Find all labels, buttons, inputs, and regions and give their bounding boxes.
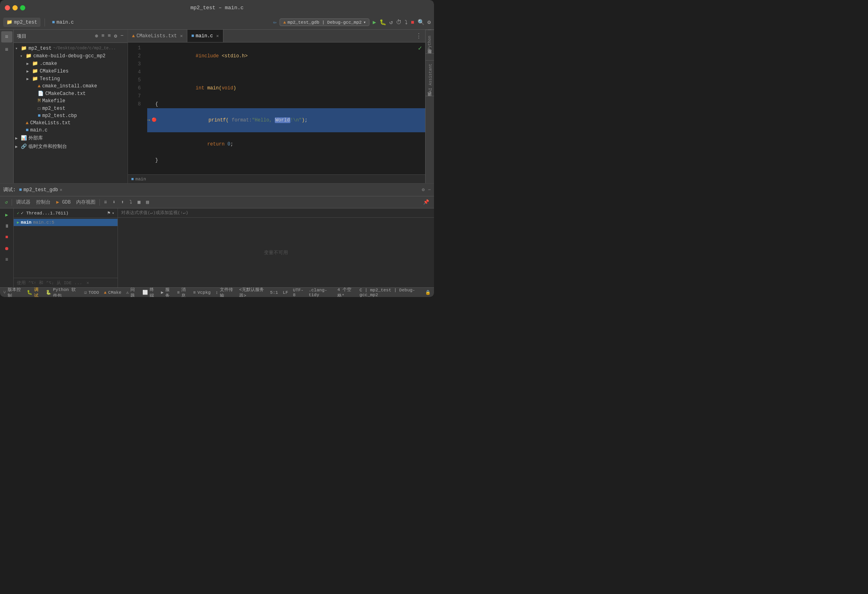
step-icon[interactable]: ⤵ [405, 19, 408, 26]
resume-btn[interactable]: ↺ [3, 198, 9, 206]
debug-session-tab[interactable]: ■ mp2_test_gdb ✕ [19, 187, 62, 193]
tree-cmakefiles[interactable]: ▶ 📁 CMakeFiles [14, 67, 128, 75]
tree-dotcmake[interactable]: ▶ 📁 .cmake [14, 60, 128, 67]
debug-panel-header: 调试: ■ mp2_test_gdb ✕ ⚙ − [0, 184, 434, 196]
tab-cmakelists[interactable]: ▲ CMakeLists.txt ✕ [128, 30, 187, 42]
close-button[interactable] [5, 5, 10, 10]
debug-more-col-btn[interactable]: ≡ [2, 255, 12, 265]
status-language[interactable]: C | mp2_test | Debug-gcc_mp2 [359, 288, 420, 297]
settings-icon[interactable]: ⚙ [428, 19, 431, 26]
show-frames-btn[interactable]: ▦ [136, 198, 142, 206]
right-tab-version[interactable]: 版本控制 [426, 53, 434, 60]
status-position[interactable]: 5:1 [270, 290, 278, 295]
step-into-btn[interactable]: ⬇ [111, 198, 117, 206]
stop-icon[interactable]: ■ [411, 19, 414, 26]
debug-frames[interactable]: ▶ main main.c:5 [14, 218, 118, 278]
more-tabs-btn[interactable]: ⋮ [416, 32, 425, 40]
tab-memory[interactable]: 内存视图 [75, 198, 97, 206]
debug-session-close[interactable]: ✕ [60, 187, 63, 192]
editor-content[interactable]: ✓ 1 2 3 4 5 6 7 8 [128, 42, 425, 174]
nav-back-icon[interactable]: ⇦ [273, 19, 276, 26]
status-services[interactable]: ▶ 服务 [161, 287, 172, 297]
status-line-ending[interactable]: LF [283, 290, 288, 295]
status-encoding[interactable]: UTF-8 [293, 288, 304, 297]
pin-btn[interactable]: 📌 [422, 198, 431, 206]
run-to-cursor-btn[interactable]: ⤵ [128, 198, 134, 206]
debug-pause-col-btn[interactable]: ⏸ [2, 221, 12, 231]
code-content[interactable]: #include <stdio.h> ▶ int main(void) [144, 42, 425, 174]
right-tab-ai[interactable]: AI Assistant [426, 60, 434, 96]
frame-item-main[interactable]: ▶ main main.c:5 [14, 219, 118, 226]
tree-mp2test-cbp[interactable]: ▶ ■ mp2_test.cbp [14, 112, 128, 119]
tab-gdb[interactable]: ▶ GDB [55, 198, 72, 206]
status-todo[interactable]: ☑ TODO [84, 290, 99, 295]
run-icon[interactable]: ▶ [373, 19, 376, 26]
status-terminal[interactable]: ⬜ 终端 [142, 287, 156, 297]
cmakelists-tab-close[interactable]: ✕ [180, 33, 183, 38]
step-over-icon[interactable]: ↺ [389, 19, 393, 26]
right-tab-python[interactable]: Python 控制器 [426, 30, 434, 53]
debug-run-icon[interactable]: 🐛 [379, 19, 386, 26]
status-issues[interactable]: ⚠ 问题 [126, 287, 138, 297]
tree-cmakecache[interactable]: ▶ 📄 CMakeCache.txt [14, 90, 128, 97]
new-file-btn[interactable]: ⊕ [94, 32, 99, 40]
memory-view-btn[interactable]: ▤ [144, 198, 150, 206]
debug-watch-input-area[interactable] [118, 208, 434, 218]
collapse-btn[interactable]: ≡ [101, 32, 105, 40]
bottom-note-close[interactable]: ✕ [87, 281, 89, 285]
timer-icon[interactable]: ⏱ [396, 19, 402, 26]
debug-stop-col-btn[interactable]: ■ [2, 232, 12, 242]
expand-btn[interactable]: ≡ [107, 32, 112, 40]
tree-temp-files[interactable]: ▶ 🔗 临时文件和控制台 [14, 142, 128, 151]
tree-cmakelists[interactable]: ▶ ▲ CMakeLists.txt [14, 119, 128, 127]
file-tree-body[interactable]: ▾ 📁 mp2_test ~/Desktop/code/c/mp2_te... … [14, 43, 128, 183]
tree-cmake-build[interactable]: ▾ 📁 cmake-build-debug-gcc_mp2 [14, 52, 128, 60]
tree-makefile[interactable]: ▶ M Makefile [14, 97, 128, 105]
code-text-6: return 0; [155, 132, 233, 156]
close-btn[interactable]: − [120, 32, 124, 40]
tree-external-libs[interactable]: ▶ 📊 外部库 [14, 134, 128, 142]
sidebar-icon-files[interactable]: ≡ [1, 31, 12, 42]
tab-debugger[interactable]: 调试器 [14, 198, 32, 206]
sidebar-icon-structure[interactable]: ≡ [1, 44, 12, 55]
settings-btn[interactable]: ⚙ [113, 32, 118, 40]
tree-mainc[interactable]: ▶ ■ main.c [14, 127, 128, 134]
search-icon[interactable]: 🔍 [418, 19, 424, 26]
status-debug[interactable]: 🐛 调试 [27, 287, 41, 297]
tree-cmake-install[interactable]: ▶ ▲ cmake_install.cmake [14, 83, 128, 90]
tree-root[interactable]: ▾ 📁 mp2_test ~/Desktop/code/c/mp2_te... [14, 44, 128, 52]
tree-mp2test-exec[interactable]: ▶ ☐ mp2_test [14, 105, 128, 112]
debug-settings-btn[interactable]: ⚙ [422, 187, 425, 193]
tab-mainc-editor[interactable]: ■ main.c ✕ [187, 30, 223, 42]
status-filetransfer[interactable]: ↕ 文件传输 [215, 287, 234, 297]
status-messages[interactable]: ≡ 消息 [177, 287, 188, 297]
code-line-4: { [147, 100, 425, 108]
mainc-tab-close[interactable]: ✕ [216, 33, 219, 38]
thread-dropdown[interactable]: ▾ [112, 211, 114, 216]
tab-project[interactable]: 📁 mp2_test [3, 18, 41, 27]
status-server[interactable]: <无默认服务器> [239, 287, 265, 297]
external-libs-label: 外部库 [28, 135, 43, 141]
status-vcpkg[interactable]: ≡ Vcpkg [193, 290, 211, 295]
status-indent[interactable]: 4 个空格* [337, 287, 355, 297]
status-python[interactable]: 🐍 Python 软件包 [46, 287, 79, 297]
status-cmake[interactable]: ▲ CMake [104, 290, 122, 295]
debug-record-col-btn[interactable]: ⏺ [2, 244, 12, 253]
status-inspection[interactable]: .clang-tidy [308, 288, 333, 297]
status-version-control[interactable]: ⑂ 版本控制 [3, 287, 22, 297]
status-lock[interactable]: 🔒 [425, 290, 431, 295]
tab-console[interactable]: 控制台 [34, 198, 52, 206]
file-tree-actions: ⊕ ≡ ≡ ⚙ − [94, 32, 124, 40]
filter-icon[interactable]: ⚑ [107, 210, 110, 216]
right-tab-debugger[interactable]: 调试器 [426, 96, 434, 103]
run-config[interactable]: ▲ mp2_test_gdb | Debug-gcc_mp2 ▾ [280, 18, 369, 26]
debug-resume-col-btn[interactable]: ▶ [2, 210, 12, 220]
debug-watch-field[interactable] [121, 210, 431, 215]
step-over-btn[interactable]: ≡ [102, 199, 108, 206]
tree-testing[interactable]: ▶ 📁 Testing [14, 75, 128, 83]
debug-minimize-btn[interactable]: − [428, 187, 431, 193]
minimize-button[interactable] [12, 5, 18, 10]
tab-mainc[interactable]: ■ main.c [49, 18, 77, 27]
step-out-btn[interactable]: ⬆ [120, 198, 126, 206]
maximize-button[interactable] [20, 5, 25, 10]
